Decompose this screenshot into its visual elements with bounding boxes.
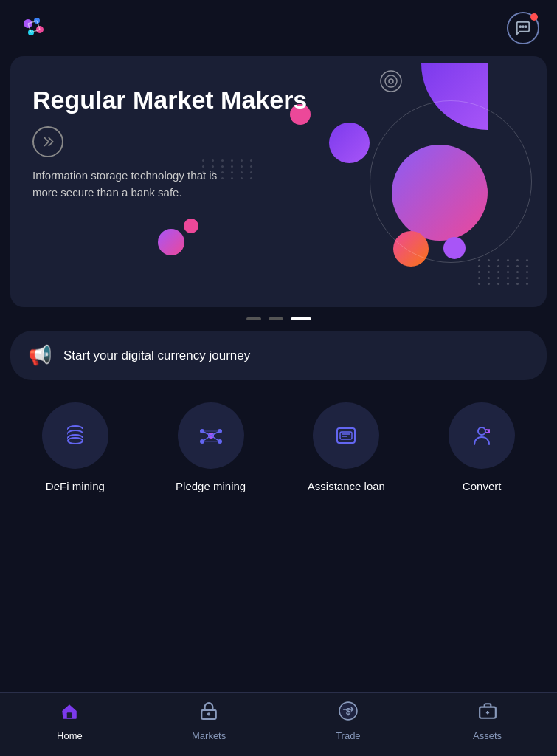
notification-dot [530, 13, 538, 21]
slider-dots [0, 317, 557, 320]
markets-icon [199, 701, 218, 726]
defi-mining-label: DeFi mining [46, 479, 105, 494]
bottom-navigation: Home Markets $ Trade [0, 692, 557, 756]
svg-rect-34 [340, 432, 352, 439]
convert-label: Convert [463, 479, 502, 494]
features-grid: DeFi mining Pledge mining [0, 388, 557, 501]
pledge-mining-circle [178, 402, 244, 469]
dot-grid-1 [478, 259, 532, 285]
svg-point-11 [525, 26, 527, 27]
svg-point-9 [519, 26, 521, 27]
svg-point-40 [208, 713, 210, 715]
assets-icon [478, 701, 497, 726]
nav-assets[interactable]: Assets [418, 701, 557, 741]
convert-circle [449, 402, 515, 469]
announcement-text: Start your digital currency journey [63, 348, 250, 363]
slider-dot-2[interactable] [269, 317, 283, 320]
chat-button[interactable] [507, 12, 539, 44]
svg-point-10 [522, 26, 524, 27]
defi-mining-circle [42, 402, 108, 469]
svg-line-29 [202, 436, 211, 441]
pledge-mining-label: Pledge mining [176, 479, 246, 494]
banner: Regular Market Makers Information storag… [10, 56, 547, 307]
header [0, 0, 557, 56]
svg-text:$: $ [346, 707, 351, 717]
svg-rect-38 [67, 712, 72, 718]
announcement-icon: 📢 [28, 344, 52, 367]
trade-label: Trade [336, 730, 360, 741]
trade-icon: $ [339, 701, 358, 726]
slider-dot-3[interactable] [291, 317, 311, 320]
svg-line-30 [211, 436, 220, 441]
svg-point-0 [18, 12, 50, 44]
assistance-loan-circle [313, 402, 379, 469]
feature-defi-mining[interactable]: DeFi mining [7, 402, 143, 494]
deco-circle-pink [158, 229, 184, 255]
home-label: Home [57, 730, 83, 741]
feature-pledge-mining[interactable]: Pledge mining [143, 402, 279, 494]
feature-convert[interactable]: Convert [414, 402, 550, 494]
feature-assistance-loan[interactable]: Assistance loan [279, 402, 415, 494]
nav-home[interactable]: Home [0, 701, 139, 741]
banner-description: Information storage technology that is m… [32, 168, 224, 201]
slider-dot-1[interactable] [246, 317, 261, 320]
nav-trade[interactable]: $ Trade [279, 701, 418, 741]
banner-arrow-button[interactable] [32, 126, 63, 157]
assets-label: Assets [473, 730, 502, 741]
svg-point-37 [478, 427, 485, 435]
markets-label: Markets [192, 730, 226, 741]
logo [18, 12, 50, 44]
nav-markets[interactable]: Markets [139, 701, 279, 741]
banner-title: Regular Market Makers [32, 86, 525, 114]
announcement-bar: 📢 Start your digital currency journey [10, 331, 547, 380]
home-icon [60, 701, 79, 726]
assistance-loan-label: Assistance loan [308, 479, 385, 494]
